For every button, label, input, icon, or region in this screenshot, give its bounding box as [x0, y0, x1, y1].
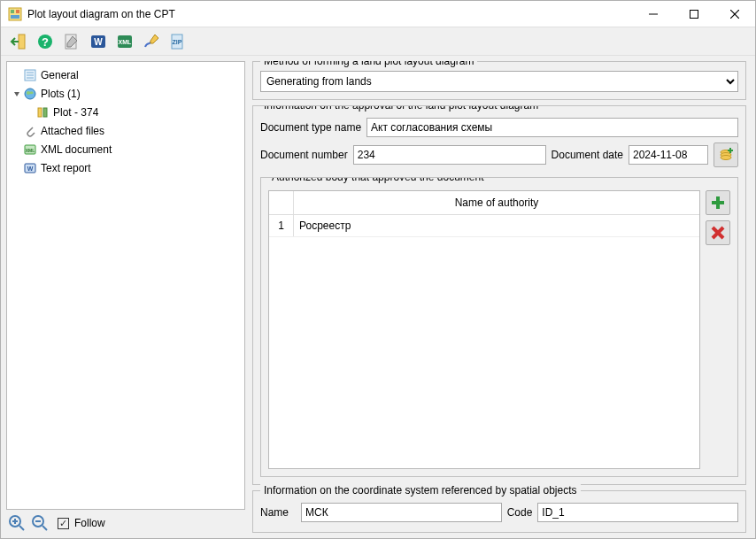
col-name-header: Name of authority [294, 191, 699, 214]
crs-legend: Information on the coordinate system ref… [260, 484, 581, 497]
remove-authority-button[interactable] [706, 220, 730, 245]
xml-icon: XML [23, 142, 37, 157]
maximize-button[interactable] [674, 1, 714, 27]
svg-text:W: W [94, 37, 103, 47]
doc-date-input[interactable] [629, 145, 708, 165]
close-button[interactable] [714, 1, 755, 27]
svg-point-38 [721, 156, 731, 160]
crs-code-input[interactable] [537, 503, 738, 522]
word-icon: W [23, 161, 37, 175]
sign-button[interactable] [139, 29, 164, 54]
titlebar: Plot layout diagram on the CPT [1, 1, 755, 27]
doc-type-input[interactable] [366, 118, 738, 137]
tree-item-plot[interactable]: Plot - 374 [7, 104, 244, 121]
document-icon [23, 68, 37, 82]
svg-rect-23 [38, 108, 42, 117]
method-legend: Method of forming a land plot layout dia… [260, 61, 477, 67]
svg-text:?: ? [42, 35, 49, 49]
approval-groupbox: Information on the approval of the land … [252, 105, 746, 485]
tree-item-attached[interactable]: Attached files [7, 122, 244, 140]
app-icon [8, 7, 22, 21]
xml-export-button[interactable]: XML [112, 29, 137, 54]
authority-table[interactable]: Name of authority 1 Росреестр [268, 190, 700, 469]
method-select[interactable]: Generating from lands [260, 71, 738, 92]
authority-groupbox: Authorized body that approved the docume… [260, 177, 738, 477]
svg-text:W: W [27, 166, 34, 172]
tree-item-general[interactable]: General [7, 66, 244, 84]
svg-rect-1 [11, 10, 14, 13]
crs-groupbox: Information on the coordinate system ref… [252, 490, 746, 533]
zoom-in-button[interactable] [6, 512, 27, 534]
authority-legend: Authorized body that approved the docume… [268, 177, 488, 183]
tree-label: Attached files [41, 125, 104, 137]
svg-line-30 [19, 526, 24, 530]
svg-rect-24 [43, 108, 47, 117]
edit-button[interactable] [59, 29, 84, 54]
crs-name-input[interactable] [301, 503, 502, 522]
help-button[interactable]: ? [33, 29, 58, 54]
follow-label: Follow [74, 517, 105, 529]
tree-label: Text report [41, 162, 91, 174]
svg-rect-5 [690, 10, 698, 18]
exit-button[interactable] [6, 29, 31, 54]
tree-label: XML document [41, 143, 112, 156]
crs-name-label: Name [260, 506, 296, 519]
tree-label: Plots (1) [41, 88, 81, 100]
svg-line-34 [42, 526, 47, 530]
follow-checkbox[interactable]: ✓ [58, 518, 69, 529]
approval-legend: Information on the approval of the land … [260, 105, 542, 112]
toolbar: ? W XML ZIP [1, 27, 755, 56]
plot-icon [35, 105, 50, 119]
svg-rect-8 [19, 35, 25, 49]
col-number-header [269, 191, 294, 214]
word-export-button[interactable]: W [86, 29, 111, 54]
window-title: Plot layout diagram on the CPT [27, 8, 633, 20]
method-groupbox: Method of forming a land plot layout dia… [252, 61, 746, 100]
tree-view[interactable]: General Plots (1) Plot - 374 Attached fi… [6, 61, 245, 510]
doc-type-label: Document type name [260, 121, 361, 134]
zoom-out-button[interactable] [29, 512, 50, 534]
tree-label: General [41, 69, 79, 81]
minimize-button[interactable] [633, 1, 674, 27]
tree-item-xml[interactable]: XML XML document [7, 141, 244, 158]
expander-icon[interactable] [11, 89, 23, 98]
doc-date-label: Document date [552, 149, 623, 161]
svg-text:XML: XML [119, 39, 133, 45]
svg-rect-2 [16, 10, 19, 13]
svg-text:XML: XML [26, 148, 35, 153]
svg-text:ZIP: ZIP [173, 39, 182, 45]
table-row[interactable]: 1 Росреестр [269, 215, 699, 237]
crs-code-label: Code [507, 506, 533, 519]
globe-icon [23, 87, 37, 101]
paperclip-icon [23, 124, 37, 138]
tree-label: Plot - 374 [53, 106, 98, 119]
svg-rect-3 [11, 15, 19, 19]
tree-item-textreport[interactable]: W Text report [7, 159, 244, 177]
doc-number-input[interactable] [353, 145, 546, 165]
add-authority-button[interactable] [706, 190, 730, 215]
doc-number-label: Document number [260, 149, 348, 161]
tree-item-plots[interactable]: Plots (1) [7, 85, 244, 103]
date-helper-button[interactable] [714, 142, 738, 167]
zip-export-button[interactable]: ZIP [166, 29, 190, 54]
